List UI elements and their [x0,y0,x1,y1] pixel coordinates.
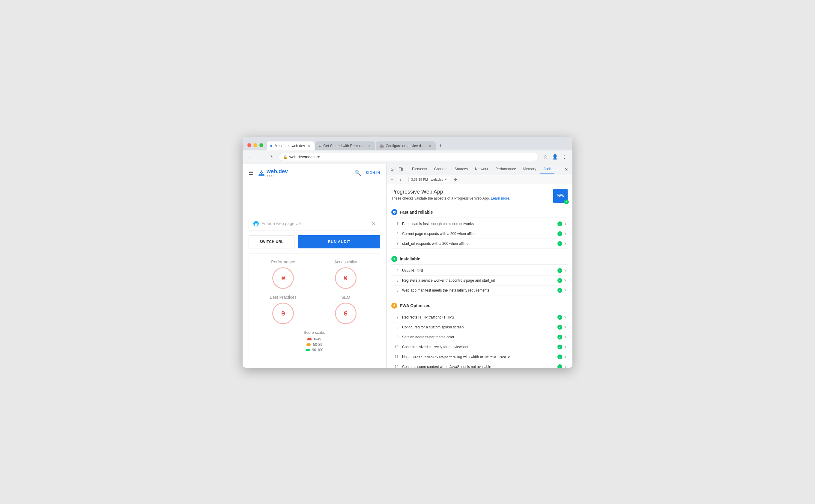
tab-icon-3: 🤖 [379,144,384,148]
expand-icon-5[interactable]: ∨ [564,278,567,282]
score-label-seo: SEO [341,295,350,300]
expand-icon-12[interactable]: ∨ [564,365,567,368]
section-pwa-optimized: ★ PWA Optimized 7 Redirects HTTP traffic… [391,300,568,368]
browser-tab-2[interactable]: ⊙ Get Started with Remote Debu... ✕ [315,141,375,150]
audit-num-1: 1 [392,222,398,226]
pwa-badge-check: ✓ [564,200,569,204]
section-title-pwa-optimized: PWA Optimized [400,303,431,308]
tab-title-active: Measure | web.dev [275,144,305,148]
audit-status-5: ✓ ∨ [558,278,567,283]
refresh-button[interactable]: ↻ [268,153,276,161]
sign-in-button[interactable]: SIGN IN [366,171,380,175]
pwa-learn-more-link[interactable]: Learn more. [491,196,510,200]
scale-range-high: 90-100 [312,348,323,352]
audit-item-7: 7 Redirects HTTP traffic to HTTPS ✓ ∨ [391,313,568,322]
score-card-accessibility: Accessibility 0 [317,259,374,289]
expand-icon-9[interactable]: ∨ [564,335,567,339]
audit-item-12: 12 Contains some content when JavaScript… [391,362,568,368]
score-scale: Score scale: 0-49 50-89 [255,330,374,352]
search-icon-button[interactable]: 🔍 [354,170,361,176]
scale-dot-green [305,349,310,351]
audit-buttons: SWITCH URL RUN AUDIT [248,235,380,248]
browser-tab-3[interactable]: 🤖 Configure on-device develope... ✕ [376,141,436,150]
audit-status-6: ✓ ∨ [558,288,567,293]
url-clear-button[interactable]: ✕ [372,221,376,227]
devtools-panel: Elements Console Sources Network Perform… [386,164,573,368]
check-icon-2: ✓ [558,231,562,236]
audit-text-12: Contains some content when JavaScript is… [402,365,554,368]
tab-audits[interactable]: Audits [540,165,555,174]
devtools-close-button[interactable]: ✕ [563,166,570,173]
tab-sources[interactable]: Sources [451,165,472,174]
expand-icon-2[interactable]: ∨ [564,232,567,236]
expand-icon-3[interactable]: ∨ [564,242,567,245]
tab-network[interactable]: Network [472,165,492,174]
maximize-traffic-light[interactable] [259,143,263,147]
close-traffic-light[interactable] [247,143,251,147]
new-tab-button[interactable]: + [436,142,445,150]
url-input[interactable]: Enter a web page URL [261,221,369,226]
forward-button[interactable]: → [257,153,265,161]
audit-num-4: 4 [392,268,398,273]
timestamp-text: 3:39:29 PM - web.dev [411,178,443,181]
address-bar[interactable]: 🔒 web.dev/measure [278,153,539,161]
audit-status-2: ✓ ∨ [558,231,567,236]
expand-icon-1[interactable]: ∨ [564,222,567,226]
devtools-menu-button[interactable]: ⋮ [555,166,562,173]
score-circle-best-practices: 0 [272,303,294,324]
score-circle-accessibility: 0 [335,267,356,289]
expand-icon-6[interactable]: ∨ [564,288,567,292]
expand-icon-7[interactable]: ∨ [564,315,567,319]
switch-url-button[interactable]: SWITCH URL [248,235,294,248]
tab-close-2[interactable]: ✕ [367,143,371,149]
audit-timestamp[interactable]: 3:39:29 PM - web.dev ▼ [409,177,450,182]
check-icon-9: ✓ [558,335,562,339]
cursor-icon-button[interactable] [389,166,396,173]
webdev-logo: ☰ web.dev BETA [248,169,288,177]
url-input-area[interactable]: 🌐 Enter a web page URL ✕ [248,217,380,230]
tab-close-active[interactable]: ✕ [307,143,311,149]
audit-num-7: 7 [392,315,398,319]
expand-icon-8[interactable]: ∨ [564,325,567,329]
tab-memory[interactable]: Memory [520,165,540,174]
pwa-title: Progressive Web App [391,189,510,195]
tab-close-3[interactable]: ✕ [428,143,432,149]
expand-icon-10[interactable]: ∨ [564,345,567,349]
no-throttle-icon[interactable]: ⊘ [453,176,459,182]
audit-status-8: ✓ ∨ [558,325,567,330]
bookmark-button[interactable]: ☆ [541,153,550,161]
audit-status-9: ✓ ∨ [558,335,567,339]
tab-title-3: Configure on-device develope... [385,144,426,148]
audit-item-2: 2 Current page responds with a 200 when … [391,229,568,239]
run-audit-button[interactable]: RUN AUDIT [298,235,380,248]
audit-text-11: Has a <meta name="viewport"> tag with wi… [402,355,554,359]
download-report-button[interactable]: ↓ [397,176,403,182]
expand-icon-11[interactable]: ∨ [564,355,567,359]
section-title-installable: Installable [400,256,420,261]
browser-menu-button[interactable]: ⋮ [561,153,569,161]
score-dot-seo [345,313,346,314]
meta-code: <meta name="viewport"> [413,355,457,359]
tab-performance[interactable]: Performance [492,165,520,174]
audit-item-8: 8 Configured for a custom splash screen … [391,322,568,332]
browser-tab-active[interactable]: ▶ Measure | web.dev ✕ [267,141,314,150]
account-button[interactable]: 👤 [551,153,559,161]
hamburger-menu[interactable]: ☰ [248,170,253,176]
audit-num-3: 3 [392,242,398,246]
devtools-content: Progressive Web App These checks validat… [386,184,573,368]
device-icon-button[interactable] [397,166,404,173]
back-button[interactable]: ← [246,153,254,161]
scale-range-low: 0-49 [314,337,321,341]
tab-elements[interactable]: Elements [409,165,431,174]
add-audit-button[interactable]: + [389,176,395,182]
minimize-traffic-light[interactable] [253,143,257,147]
audit-item-9: 9 Sets an address-bar theme color ✓ ∨ [391,332,568,342]
audit-status-7: ✓ ∨ [558,315,567,320]
expand-icon-4[interactable]: ∨ [564,268,567,272]
timestamp-dropdown-icon: ▼ [445,178,448,181]
title-bar: ▶ Measure | web.dev ✕ ⊙ Get Started with… [242,137,573,150]
tab-icon-webdev: ▶ [270,144,273,148]
audit-num-8: 8 [392,325,398,329]
check-icon-11: ✓ [558,354,562,359]
tab-console[interactable]: Console [431,165,451,174]
